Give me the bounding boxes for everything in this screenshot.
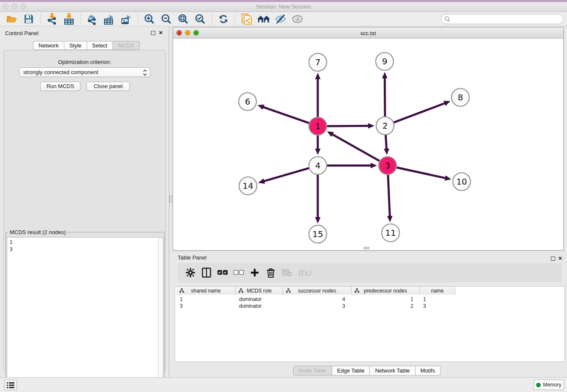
control-panel: Control Panel × Network Style Select MCD… <box>0 26 169 377</box>
toolbar-divider <box>138 14 138 25</box>
unselect-all-columns-icon[interactable] <box>231 266 246 279</box>
open-session-icon[interactable] <box>5 13 19 25</box>
select-all-columns-icon[interactable] <box>215 266 230 279</box>
table-cell[interactable]: 3 <box>342 303 345 309</box>
save-session-icon[interactable] <box>22 13 36 25</box>
status-bar: Memory <box>0 377 567 392</box>
column-header-MCDS-role[interactable]: MCDS role <box>236 287 283 295</box>
mcds-result-group: MCDS result (2 nodes) 1 3 <box>6 232 165 392</box>
table-cell[interactable]: 1 <box>423 296 426 302</box>
tab-network-table[interactable]: Network Table <box>370 366 415 375</box>
delete-columns-trash-icon[interactable] <box>263 266 278 279</box>
graph-edge-2-9[interactable] <box>385 77 385 118</box>
graph-node-label: 6 <box>245 97 250 107</box>
add-column-icon[interactable] <box>247 266 262 279</box>
graph-node-label: 1 <box>315 121 321 131</box>
table-panel-close-icon[interactable]: × <box>557 254 563 262</box>
tab-style[interactable]: Style <box>64 41 87 50</box>
table-cell[interactable]: dominator <box>239 303 261 309</box>
table-panel-float-icon[interactable] <box>551 257 555 261</box>
new-network-icon[interactable] <box>239 13 254 25</box>
hide-selected-eye-icon[interactable] <box>273 13 288 25</box>
control-panel-title: Control Panel <box>5 30 39 36</box>
graph-arrowhead <box>443 101 450 106</box>
mcds-result-text[interactable]: 1 3 <box>7 237 163 392</box>
graph-node-label: 15 <box>312 229 323 239</box>
task-history-button[interactable] <box>4 380 17 390</box>
column-header-label: successor nodes <box>298 288 336 294</box>
tab-mcds[interactable]: MCDS <box>113 41 140 50</box>
column-header-predecessor-nodes[interactable]: predecessor nodes <box>352 287 420 295</box>
function-builder-icon[interactable]: f(x) <box>298 268 311 277</box>
import-table-icon[interactable] <box>62 13 76 25</box>
show-all-houses-icon[interactable] <box>256 13 271 25</box>
table-cell[interactable]: 1 <box>180 296 183 302</box>
show-hidden-eye-icon[interactable] <box>290 13 305 25</box>
graph-arrowhead <box>382 72 388 78</box>
chevron-updown-icon <box>143 69 147 79</box>
table-cell[interactable]: 4 <box>342 296 345 302</box>
control-panel-float-icon[interactable] <box>151 31 155 35</box>
table-cell[interactable]: dominator <box>239 296 261 302</box>
search-field-wrap <box>441 14 564 24</box>
column-header-label: shared name <box>191 288 220 294</box>
graph-node-label: 11 <box>385 228 396 238</box>
column-header-name[interactable]: name <box>420 287 455 295</box>
list-icon <box>7 382 14 388</box>
control-panel-close-icon[interactable]: × <box>158 29 164 36</box>
network-hscrollbar-thumb[interactable] <box>363 247 369 249</box>
column-header-successor-nodes[interactable]: successor nodes <box>283 287 352 295</box>
node-table[interactable]: shared nameMCDS rolesuccessor nodesprede… <box>175 286 565 362</box>
search-input[interactable] <box>441 14 564 24</box>
table-cell[interactable]: 2 <box>410 303 413 309</box>
mcds-result-scrollbar[interactable] <box>158 237 163 392</box>
graph-edge-4-14[interactable] <box>263 168 310 181</box>
zoom-in-icon[interactable] <box>142 13 157 25</box>
graph-edge-2-8[interactable] <box>393 103 446 123</box>
run-mcds-button[interactable]: Run MCDS <box>40 82 80 91</box>
graph-node-label: 3 <box>385 160 391 171</box>
table-panel: Table Panel × f(x) shared nameMCDS roles… <box>173 252 567 377</box>
close-panel-button[interactable]: Close panel <box>86 82 130 91</box>
graph-edge-1-2[interactable] <box>326 126 369 126</box>
graph-edge-2-3[interactable] <box>385 134 386 150</box>
column-view-icon[interactable] <box>199 266 214 279</box>
column-header-label: predecessor nodes <box>364 288 407 294</box>
apply-layout-icon[interactable] <box>216 13 231 25</box>
memory-button[interactable]: Memory <box>534 380 564 390</box>
toolbar-divider <box>212 14 212 25</box>
table-cell[interactable]: 1 <box>410 296 413 302</box>
import-network-icon[interactable] <box>45 13 59 25</box>
network-window-titlebar[interactable]: x − + scc.txt <box>173 28 563 39</box>
criterion-select[interactable]: strongly connected component <box>19 67 150 77</box>
graph-edge-1-6[interactable] <box>262 107 310 124</box>
table-cell[interactable]: 3 <box>423 303 426 309</box>
mcds-result-title: MCDS result (2 nodes) <box>8 229 67 235</box>
column-header-shared-name[interactable]: shared name <box>176 287 236 295</box>
graph-arrowhead <box>315 73 321 79</box>
tab-edge-table[interactable]: Edge Table <box>332 366 370 375</box>
main-toolbar <box>0 12 567 26</box>
export-network-icon[interactable] <box>85 13 99 25</box>
zoom-fit-icon[interactable] <box>176 13 190 25</box>
tab-network[interactable]: Network <box>33 41 64 50</box>
tab-motifs[interactable]: Motifs <box>416 366 441 375</box>
export-table-icon[interactable] <box>102 13 116 25</box>
table-panel-title: Table Panel <box>178 254 206 261</box>
graph-arrowhead <box>258 179 265 184</box>
tab-node-table[interactable]: Node Table <box>293 366 332 375</box>
graph-edge-3-11[interactable] <box>388 174 390 217</box>
optimization-criterion-label: Optimization criterion: <box>4 59 165 65</box>
tab-select[interactable]: Select <box>87 41 113 50</box>
zoom-selected-icon[interactable] <box>193 13 207 25</box>
table-options-gear-icon[interactable] <box>183 266 198 279</box>
table-cell[interactable]: 3 <box>180 303 183 309</box>
table-toolbar: f(x) <box>178 263 562 282</box>
graph-edge-3-1[interactable] <box>331 134 380 162</box>
graph-arrowhead <box>445 175 451 181</box>
network-canvas[interactable]: 7968124314101511 <box>173 39 563 250</box>
export-image-icon[interactable] <box>119 13 133 25</box>
graph-edge-3-10[interactable] <box>396 167 446 178</box>
delete-table-icon[interactable] <box>279 266 295 279</box>
zoom-out-icon[interactable] <box>159 13 173 25</box>
